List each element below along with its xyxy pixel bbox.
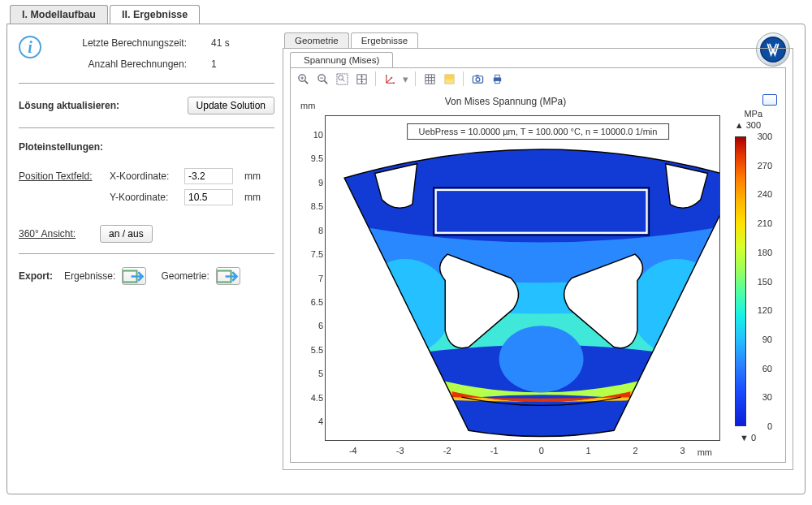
print-icon[interactable] <box>490 71 504 86</box>
svg-point-15 <box>391 76 392 78</box>
axes-dropdown-icon[interactable]: ▾ <box>402 71 408 86</box>
y-tick: 5.5 <box>311 345 323 355</box>
svg-line-11 <box>342 79 344 81</box>
x-tick: -1 <box>490 446 499 455</box>
pos-textfeld-heading: Position Textfeld: <box>19 170 110 182</box>
legend-unit: MPa <box>744 109 762 119</box>
legend-tick: 180 <box>758 248 772 257</box>
y-axis-unit: mm <box>300 101 315 110</box>
svg-rect-23 <box>495 75 499 78</box>
legend-tick: 60 <box>762 364 772 373</box>
grid-icon[interactable] <box>422 71 437 86</box>
axes-icon[interactable] <box>382 71 397 86</box>
svg-line-7 <box>324 80 327 84</box>
x-tick: 0 <box>539 446 544 455</box>
legend-max: 300 <box>735 120 761 130</box>
tab-modellaufbau[interactable]: I. Modellaufbau <box>10 5 108 24</box>
svg-rect-16 <box>425 74 434 83</box>
y-tick: 7.5 <box>311 249 323 259</box>
x-tick: -3 <box>396 446 404 455</box>
snapshot-icon[interactable] <box>470 71 485 86</box>
plot-frame: ▾ Von Mises Spannung (MPa) mm mm <box>290 67 786 463</box>
calc-time-value: 41 s <box>211 37 252 49</box>
x-tick: 3 <box>680 446 685 455</box>
legend-tick: 30 <box>762 392 772 402</box>
results-panel: i Letzte Berechnungszeit: 41 s Anzahl Be… <box>6 24 806 494</box>
svg-line-3 <box>304 80 308 84</box>
y-tick: 5 <box>318 369 323 378</box>
export-geometry-label: Geometrie: <box>161 270 209 282</box>
legend-colorbar <box>735 136 746 426</box>
svg-point-14 <box>393 82 395 84</box>
zoom-box-icon[interactable] <box>335 71 349 86</box>
svg-point-13 <box>385 74 387 76</box>
svg-rect-18 <box>444 74 453 79</box>
plotsettings-heading: Ploteinstellungen: <box>19 141 103 153</box>
calc-time-label: Letzte Berechnungszeit: <box>53 37 187 49</box>
y-coord-label: Y-Koordinate: <box>110 192 176 203</box>
chart-title: Von Mises Spannung (MPa) <box>291 96 720 107</box>
zoom-in-icon[interactable] <box>296 71 310 86</box>
param-text: UebPress = 10.0000 µm, T = 100.000 °C, n… <box>407 123 670 140</box>
y-tick: 9.5 <box>311 153 323 163</box>
view360-toggle-button[interactable]: an / aus <box>100 225 153 243</box>
x-coord-input[interactable] <box>184 168 233 184</box>
legend-tick: 270 <box>758 161 772 170</box>
y-coord-input[interactable] <box>184 189 233 205</box>
y-tick: 8 <box>318 226 323 235</box>
export-results-button[interactable] <box>122 267 146 285</box>
legend-tick: 150 <box>758 277 772 287</box>
x-tick: 2 <box>633 446 638 455</box>
legend-tick: 90 <box>762 335 772 344</box>
calc-count-value: 1 <box>211 58 252 70</box>
y-tick: 10 <box>313 130 323 140</box>
legend-tick: 240 <box>758 189 772 199</box>
legend-tick: 0 <box>767 421 772 431</box>
y-tick: 6 <box>318 321 323 330</box>
x-coord-unit: mm <box>244 170 261 182</box>
chart-area[interactable] <box>325 115 720 441</box>
x-tick: 1 <box>586 446 591 455</box>
legend-tick: 300 <box>758 132 772 141</box>
zoom-extents-icon[interactable] <box>354 71 369 86</box>
export-geometry-button[interactable] <box>216 267 240 285</box>
y-tick: 9 <box>318 178 323 188</box>
tab-ergebnisse[interactable]: II. Ergebnisse <box>110 5 200 24</box>
subtab-geometrie[interactable]: Geometrie <box>284 32 349 48</box>
y-tick: 7 <box>318 274 323 283</box>
update-solution-button[interactable]: Update Solution <box>188 97 274 114</box>
view-switch-icon[interactable] <box>762 94 777 106</box>
export-heading: Export: <box>19 270 53 282</box>
zoom-out-icon[interactable] <box>315 71 330 86</box>
svg-point-28 <box>499 326 584 392</box>
y-tick: 4.5 <box>311 393 323 403</box>
y-coord-unit: mm <box>244 192 261 203</box>
export-results-label: Ergebnisse: <box>64 270 115 282</box>
info-icon: i <box>19 36 41 58</box>
svg-rect-29 <box>436 190 647 233</box>
x-tick: -2 <box>443 446 451 455</box>
svg-rect-24 <box>495 80 499 83</box>
y-tick: 4 <box>318 417 323 426</box>
subtab-ergebnisse[interactable]: Ergebnisse <box>351 32 419 48</box>
scene-light-icon[interactable] <box>442 71 456 86</box>
y-tick: 6.5 <box>311 297 323 307</box>
x-axis-unit: mm <box>698 447 712 457</box>
view360-heading: 360° Ansicht: <box>19 228 100 240</box>
svg-point-20 <box>476 77 480 81</box>
svg-point-26 <box>358 259 451 354</box>
legend-min: 0 <box>740 433 756 442</box>
legend-tick: 210 <box>758 218 772 228</box>
x-tick: -4 <box>349 446 357 455</box>
calc-count-label: Anzahl Berechnungen: <box>53 58 187 70</box>
contour-plot <box>326 116 719 440</box>
svg-rect-21 <box>475 75 478 76</box>
legend-tick: 120 <box>758 305 772 315</box>
solution-heading: Lösung aktualisieren: <box>19 100 119 111</box>
subsubtab-spannung[interactable]: Spannung (Mises) <box>290 52 393 67</box>
x-coord-label: X-Koordinate: <box>110 170 176 182</box>
y-tick: 8.5 <box>311 201 323 211</box>
